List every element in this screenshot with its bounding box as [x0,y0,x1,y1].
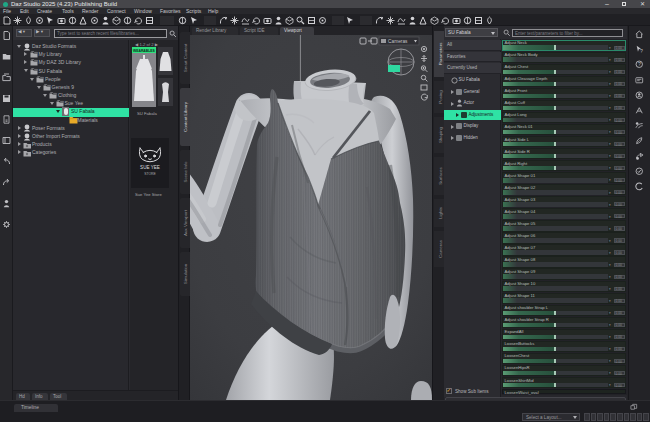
svg-text:SUE YEE: SUE YEE [140,165,160,170]
svg-text:Cameras: Cameras [388,39,408,44]
svg-text:?: ? [638,62,641,68]
svg-text:?: ? [640,48,643,53]
svg-text:STORE: STORE [144,172,156,176]
